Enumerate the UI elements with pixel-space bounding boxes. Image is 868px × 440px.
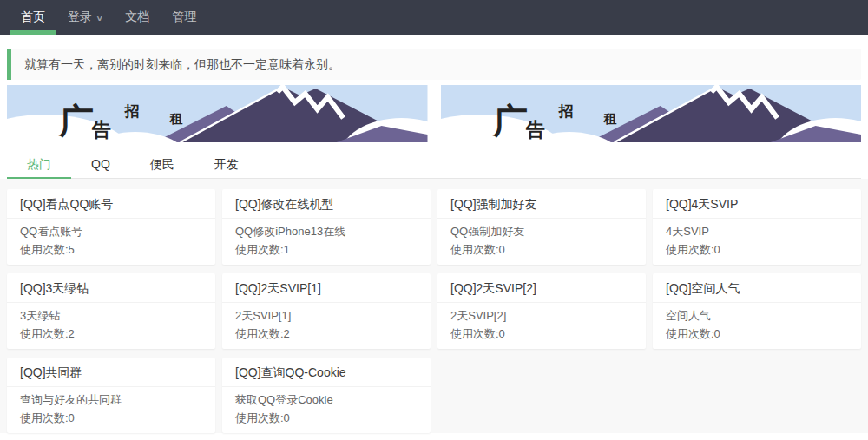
chevron-down-icon: ∨ bbox=[95, 13, 104, 23]
card-usage: 使用次数:2 bbox=[235, 325, 418, 343]
nav-item-label: 登录 bbox=[68, 10, 92, 25]
service-card[interactable]: [QQ]4天SVIP 4天SVIP 使用次数:0 bbox=[653, 189, 861, 265]
card-title: [QQ]4天SVIP bbox=[653, 189, 861, 219]
card-title: [QQ]看点QQ账号 bbox=[7, 189, 215, 219]
card-desc: 2天SVIP[2] bbox=[450, 306, 633, 325]
nav-item-label: 首页 bbox=[21, 10, 45, 25]
card-usage: 使用次数:2 bbox=[20, 325, 202, 343]
card-usage: 使用次数:5 bbox=[20, 240, 202, 259]
tab-qq[interactable]: QQ bbox=[71, 149, 130, 179]
card-desc: QQ修改iPhone13在线 bbox=[235, 222, 418, 240]
ad-text-gao: 告 bbox=[91, 118, 111, 141]
service-card[interactable]: [QQ]查询QQ-Cookie 获取QQ登录Cookie 使用次数:0 bbox=[222, 358, 431, 433]
card-desc: QQ看点账号 bbox=[20, 222, 202, 240]
notice-quote: 就算有一天，离别的时刻来临，但那也不一定意味着永别。 bbox=[7, 49, 861, 80]
category-tabs: 热门 QQ 便民 开发 bbox=[7, 149, 861, 179]
service-card[interactable]: [QQ]空间人气 空间人气 使用次数:0 bbox=[653, 273, 861, 349]
card-title: [QQ]2天SVIP[2] bbox=[437, 273, 646, 303]
ad-text-guang: 广 bbox=[491, 100, 527, 141]
card-title: [QQ]查询QQ-Cookie bbox=[222, 358, 431, 387]
nav-item-admin[interactable]: 管理 bbox=[161, 0, 207, 35]
ad-text-zhao: 招 bbox=[557, 102, 573, 120]
tab-convenience[interactable]: 便民 bbox=[130, 149, 194, 179]
service-card[interactable]: [QQ]看点QQ账号 QQ看点账号 使用次数:5 bbox=[7, 189, 215, 265]
top-nav: 首页 登录 ∨ 文档 管理 bbox=[0, 0, 868, 35]
card-desc: QQ强制加好友 bbox=[450, 222, 633, 240]
ad-banner-graphic: 广 告 招 租 bbox=[441, 85, 862, 142]
card-title: [QQ]3天绿钻 bbox=[7, 273, 215, 303]
card-title: [QQ]2天SVIP[1] bbox=[222, 273, 431, 303]
service-card[interactable]: [QQ]2天SVIP[1] 2天SVIP[1] 使用次数:2 bbox=[222, 273, 431, 349]
service-card[interactable]: [QQ]共同群 查询与好友的共同群 使用次数:0 bbox=[7, 358, 215, 433]
card-usage: 使用次数:0 bbox=[666, 325, 848, 343]
cards-section: [QQ]看点QQ账号 QQ看点账号 使用次数:5 [QQ]修改在线机型 QQ修改… bbox=[0, 179, 868, 433]
card-title: [QQ]修改在线机型 bbox=[222, 189, 431, 219]
card-desc: 获取QQ登录Cookie bbox=[235, 391, 418, 409]
ad-banner-graphic: 广 告 招 租 bbox=[7, 85, 428, 142]
service-card[interactable]: [QQ]3天绿钻 3天绿钻 使用次数:2 bbox=[7, 273, 215, 349]
banner-row: 广 告 招 租 广 告 招 租 bbox=[7, 85, 861, 142]
card-usage: 使用次数:0 bbox=[235, 409, 418, 427]
card-title: [QQ]空间人气 bbox=[653, 273, 861, 303]
card-desc: 查询与好友的共同群 bbox=[20, 391, 202, 409]
ad-text-zu: 租 bbox=[602, 111, 616, 127]
ad-text-guang: 广 bbox=[58, 100, 94, 141]
service-card[interactable]: [QQ]强制加好友 QQ强制加好友 使用次数:0 bbox=[437, 189, 646, 265]
card-usage: 使用次数:0 bbox=[666, 240, 848, 259]
nav-item-home[interactable]: 首页 bbox=[10, 0, 56, 35]
card-usage: 使用次数:1 bbox=[235, 240, 418, 259]
nav-item-label: 文档 bbox=[125, 10, 149, 25]
service-card[interactable]: [QQ]2天SVIP[2] 2天SVIP[2] 使用次数:0 bbox=[437, 273, 646, 349]
card-title: [QQ]共同群 bbox=[7, 358, 215, 387]
ad-text-zu: 租 bbox=[169, 111, 183, 127]
ad-banner-right[interactable]: 广 告 招 租 bbox=[441, 85, 862, 142]
card-title: [QQ]强制加好友 bbox=[437, 189, 646, 219]
card-usage: 使用次数:0 bbox=[450, 325, 633, 343]
nav-item-label: 管理 bbox=[172, 10, 196, 25]
ad-banner-left[interactable]: 广 告 招 租 bbox=[7, 85, 428, 142]
ad-text-zhao: 招 bbox=[124, 102, 140, 120]
card-usage: 使用次数:0 bbox=[450, 240, 633, 259]
nav-item-docs[interactable]: 文档 bbox=[114, 0, 161, 35]
cards-grid: [QQ]看点QQ账号 QQ看点账号 使用次数:5 [QQ]修改在线机型 QQ修改… bbox=[7, 189, 861, 433]
ad-text-gao: 告 bbox=[524, 118, 544, 141]
nav-item-login[interactable]: 登录 ∨ bbox=[56, 0, 114, 35]
card-desc: 空间人气 bbox=[666, 306, 848, 325]
card-desc: 3天绿钻 bbox=[20, 306, 202, 325]
card-desc: 4天SVIP bbox=[666, 222, 848, 240]
service-card[interactable]: [QQ]修改在线机型 QQ修改iPhone13在线 使用次数:1 bbox=[222, 189, 431, 265]
card-desc: 2天SVIP[1] bbox=[235, 306, 418, 325]
tab-hot[interactable]: 热门 bbox=[7, 149, 71, 179]
tab-dev[interactable]: 开发 bbox=[194, 149, 259, 179]
card-usage: 使用次数:0 bbox=[20, 409, 202, 427]
